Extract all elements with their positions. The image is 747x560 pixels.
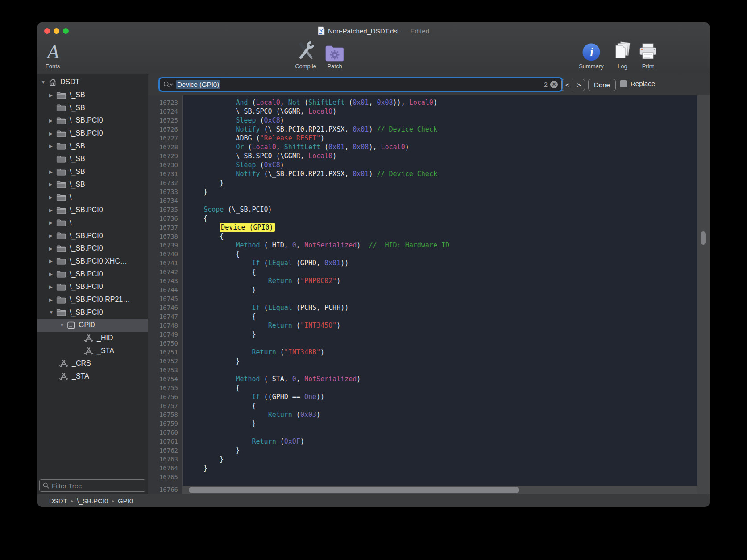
tree-item-sb-pci0-xhc[interactable]: ▶\_SB.PCI0.XHC…: [37, 255, 148, 268]
tree-item-hid[interactable]: _HID: [37, 332, 148, 345]
tree-item-[interactable]: ▶\: [37, 217, 148, 230]
code-line[interactable]: }: [183, 285, 697, 294]
disclosure-triangle-icon[interactable]: ▶: [49, 195, 56, 200]
tree-item-sta[interactable]: _STA: [37, 370, 148, 383]
toolbar-fonts-button[interactable]: A Fonts: [37, 40, 71, 70]
disclosure-triangle-icon[interactable]: ▶: [49, 284, 56, 289]
tree-item-[interactable]: ▶\: [37, 191, 148, 204]
code-line[interactable]: Notify (\_SB.PCI0.RP21.PXSX, 0x01) // De…: [183, 169, 697, 178]
code-line[interactable]: Scope (\_SB.PCI0): [183, 205, 697, 214]
code-line[interactable]: If ((GPHD == One)): [183, 392, 697, 401]
disclosure-triangle-icon[interactable]: ▶: [49, 259, 56, 264]
filter-tree-input[interactable]: Filter Tree: [39, 479, 145, 492]
disclosure-triangle-icon[interactable]: ▶: [49, 144, 56, 148]
horizontal-scrollbar[interactable]: [183, 486, 697, 494]
disclosure-triangle-icon[interactable]: ▶: [49, 272, 56, 276]
disclosure-triangle-icon[interactable]: ▶: [49, 208, 56, 213]
vertical-scrollbar[interactable]: [697, 95, 710, 494]
tree-item-sb-pci0[interactable]: ▼\_SB.PCI0: [37, 306, 148, 319]
code-line[interactable]: Method (_HID, 0, NotSerialized) // _HID:…: [183, 241, 697, 250]
tree-item-sb-pci0[interactable]: ▶\_SB.PCI0: [37, 204, 148, 217]
breadcrumb-item[interactable]: \_SB.PCI0: [77, 497, 108, 505]
code-line[interactable]: Notify (\_SB.PCI0.RP21.PXSX, 0x01) // De…: [183, 125, 697, 134]
code-line[interactable]: {: [183, 232, 697, 241]
code-line[interactable]: {: [183, 268, 697, 276]
code-line[interactable]: [183, 196, 697, 205]
disclosure-triangle-icon[interactable]: ▶: [49, 297, 56, 302]
disclosure-triangle-icon[interactable]: ▶: [49, 233, 56, 238]
code-line[interactable]: Sleep (0xC8): [183, 116, 697, 125]
tree-item-sb[interactable]: ▶\_SB: [37, 140, 148, 152]
disclosure-triangle-icon[interactable]: ▶: [49, 118, 56, 123]
code-line[interactable]: {: [183, 383, 697, 392]
code-line[interactable]: Method (_STA, 0, NotSerialized): [183, 375, 697, 383]
code-line[interactable]: Return ("INT34BB"): [183, 348, 697, 357]
disclosure-triangle-icon[interactable]: ▶: [49, 246, 56, 251]
code-line[interactable]: ADBG ("Release RESET"): [183, 134, 697, 143]
disclosure-triangle-icon[interactable]: ▶: [49, 131, 56, 136]
disclosure-triangle-icon[interactable]: ▼: [49, 310, 56, 315]
disclosure-triangle-icon[interactable]: ▼: [41, 80, 48, 85]
tree-item-gpi0[interactable]: ▼GPI0: [37, 319, 148, 332]
code-line[interactable]: If (LEqual (GPHD, 0x01)): [183, 259, 697, 268]
disclosure-triangle-icon[interactable]: ▶: [49, 93, 56, 98]
code-line[interactable]: \_SB.SPC0 (\GGNR, Local0): [183, 107, 697, 116]
code-line[interactable]: {: [183, 250, 697, 259]
search-icon[interactable]: [163, 81, 173, 88]
tree-item-sb-pci0[interactable]: ▶\_SB.PCI0: [37, 242, 148, 255]
tree-item-sb-pci0[interactable]: ▶\_SB.PCI0: [37, 114, 148, 127]
titlebar[interactable]: Non-Patched_DSDT.dsl — Edited: [37, 22, 710, 39]
code-editor[interactable]: 1672316724167251672616727167281672916730…: [148, 95, 697, 494]
tree-item-sb-pci0[interactable]: ▶\_SB.PCI0: [37, 229, 148, 242]
tree-item-crs[interactable]: _CRS: [37, 357, 148, 370]
tree-item-sb[interactable]: \_SB: [37, 152, 148, 165]
tree-item-sta[interactable]: _STA: [37, 344, 148, 357]
code-line[interactable]: }: [183, 187, 697, 196]
tree-item-sb-pci0[interactable]: ▶\_SB.PCI0: [37, 280, 148, 293]
code-line[interactable]: }: [183, 455, 697, 464]
tree-item-sb[interactable]: \_SB: [37, 101, 148, 114]
disclosure-triangle-icon[interactable]: ▶: [49, 182, 56, 187]
tree-item-sb[interactable]: ▶\_SB: [37, 178, 148, 191]
code-line[interactable]: }: [183, 178, 697, 187]
code-line[interactable]: Return (0x0F): [183, 437, 697, 446]
code-line[interactable]: }: [183, 446, 697, 455]
code-line[interactable]: And (Local0, Not (ShiftLeft (0x01, 0x08)…: [183, 98, 697, 107]
previous-match-button[interactable]: <: [562, 79, 573, 91]
tree-item-dsdt[interactable]: ▼DSDT: [37, 76, 148, 89]
code-line[interactable]: }: [183, 330, 697, 339]
code-line[interactable]: }: [183, 357, 697, 366]
disclosure-triangle-icon[interactable]: ▼: [60, 323, 67, 328]
breadcrumb-item[interactable]: DSDT: [49, 497, 67, 505]
code-line[interactable]: [183, 428, 697, 437]
toolbar-summary-button[interactable]: i Summary: [573, 40, 609, 70]
code-line[interactable]: Return (0x03): [183, 410, 697, 419]
code-line[interactable]: {: [183, 312, 697, 321]
next-match-button[interactable]: >: [573, 79, 585, 91]
code-line[interactable]: {: [183, 401, 697, 410]
done-button[interactable]: Done: [588, 79, 616, 91]
code-line[interactable]: If (LEqual (PCHS, PCHH)): [183, 303, 697, 312]
toolbar-print-button[interactable]: Print: [630, 40, 666, 70]
tree-item-sb-pci0[interactable]: ▶\_SB.PCI0: [37, 268, 148, 280]
code-line[interactable]: }: [183, 464, 697, 473]
code-line[interactable]: [183, 473, 697, 482]
tree-item-sb-pci0[interactable]: ▶\_SB.PCI0: [37, 127, 148, 140]
code-line[interactable]: Sleep (0xC8): [183, 161, 697, 169]
disclosure-triangle-icon[interactable]: ▶: [49, 169, 56, 174]
code-area[interactable]: And (Local0, Not (ShiftLeft (0x01, 0x08)…: [183, 95, 697, 494]
replace-checkbox[interactable]: [620, 80, 627, 87]
code-line[interactable]: [183, 339, 697, 348]
code-line[interactable]: \_SB.SPC0 (\GGNR, Local0): [183, 152, 697, 161]
disclosure-triangle-icon[interactable]: ▶: [49, 220, 56, 225]
tree-item-sb[interactable]: ▶\_SB: [37, 165, 148, 178]
code-line[interactable]: Return ("INT3450"): [183, 321, 697, 330]
code-line[interactable]: Return ("PNP0C02"): [183, 276, 697, 285]
horizontal-scrollbar-thumb[interactable]: [189, 487, 519, 493]
toolbar-patch-button[interactable]: Patch: [317, 40, 353, 70]
clear-search-icon[interactable]: ✕: [550, 81, 558, 88]
code-line[interactable]: }: [183, 419, 697, 428]
code-line[interactable]: Device (GPI0): [183, 223, 697, 232]
tree-item-sb[interactable]: ▶\_SB: [37, 89, 148, 102]
code-line[interactable]: [183, 366, 697, 375]
